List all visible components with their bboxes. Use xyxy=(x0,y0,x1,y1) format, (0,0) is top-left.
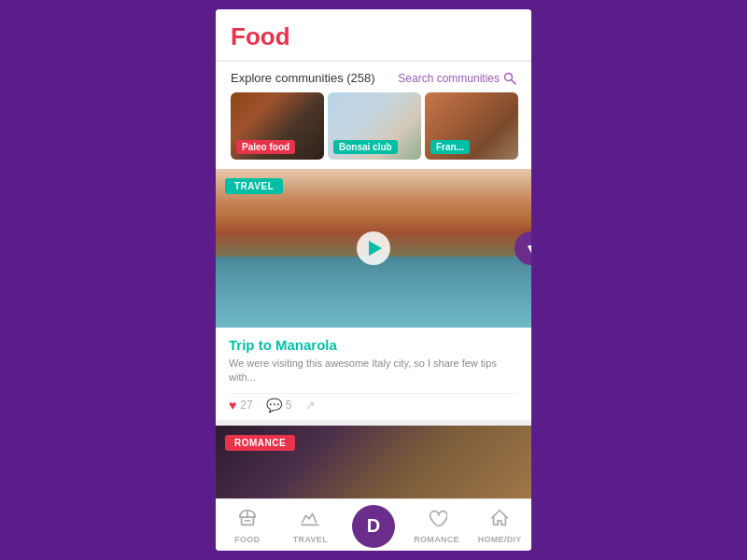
post-image-manarola[interactable]: TRAVEL ▼ xyxy=(216,169,531,328)
food-icon xyxy=(237,508,258,533)
home-icon xyxy=(489,508,510,533)
nav-label-home-diy: HOME/DIY xyxy=(478,535,522,544)
play-triangle-icon xyxy=(369,241,382,256)
center-letter: D xyxy=(367,515,380,537)
post-tag-romance: ROMANCE xyxy=(225,435,295,451)
svg-line-1 xyxy=(512,79,516,84)
nav-item-romance[interactable]: ROMANCE xyxy=(405,508,469,544)
share-icon: ↗ xyxy=(304,398,316,413)
community-card-paleo[interactable]: Paleo food xyxy=(231,92,324,160)
comment-count: 5 xyxy=(286,399,292,412)
nav-item-travel[interactable]: TRAVEL xyxy=(279,508,343,544)
heart-icon: ♥ xyxy=(229,398,236,413)
community-card-bonsai[interactable]: Bonsai club xyxy=(328,92,421,160)
comment-icon: 💬 xyxy=(266,398,282,413)
search-icon xyxy=(503,72,516,85)
feed: TRAVEL ▼ Trip to Manarola We were visiti… xyxy=(216,169,531,498)
post-tag-travel: TRAVEL xyxy=(225,178,283,194)
phone-container: Food Explore communities (258) Search co… xyxy=(216,9,531,551)
post-image-romance[interactable]: ROMANCE xyxy=(216,426,531,498)
communities-row: Paleo food Bonsai club Fran... xyxy=(216,92,531,160)
play-button[interactable] xyxy=(357,231,390,265)
like-count: 27 xyxy=(240,399,252,412)
nav-item-home-diy[interactable]: HOME/DIY xyxy=(468,508,531,544)
community-label-paleo: Paleo food xyxy=(236,140,295,154)
post-excerpt-manarola: We were visiting this awesome Italy city… xyxy=(229,357,518,385)
like-action[interactable]: ♥ 27 xyxy=(229,398,253,413)
bottom-nav: FOOD TRAVEL D ROMANCE xyxy=(216,498,531,551)
romance-icon xyxy=(427,508,447,533)
travel-icon xyxy=(300,508,320,533)
community-card-france[interactable]: Fran... xyxy=(425,92,518,160)
nav-item-center[interactable]: D xyxy=(342,505,405,548)
filter-icon: ▼ xyxy=(525,241,531,256)
post-content-manarola: Trip to Manarola We were visiting this a… xyxy=(216,328,531,420)
search-communities-button[interactable]: Search communities xyxy=(398,72,516,85)
explore-section: Explore communities (258) Search communi… xyxy=(216,62,531,169)
post-card-manarola: TRAVEL ▼ Trip to Manarola We were visiti… xyxy=(216,169,531,420)
nav-label-food: FOOD xyxy=(234,535,260,544)
explore-title: Explore communities (258) xyxy=(231,71,375,85)
post-card-romance: ROMANCE xyxy=(216,426,531,498)
explore-header: Explore communities (258) Search communi… xyxy=(216,62,531,92)
community-label-bonsai: Bonsai club xyxy=(333,140,398,154)
nav-label-romance: ROMANCE xyxy=(414,535,459,544)
share-action[interactable]: ↗ xyxy=(304,398,316,413)
post-title-manarola: Trip to Manarola xyxy=(229,337,518,353)
nav-label-travel: TRAVEL xyxy=(293,535,328,544)
community-label-france: Fran... xyxy=(430,140,470,154)
comment-action[interactable]: 💬 5 xyxy=(266,398,292,413)
nav-item-food[interactable]: FOOD xyxy=(216,508,279,544)
header: Food xyxy=(216,9,531,62)
search-communities-label: Search communities xyxy=(398,72,500,85)
center-button[interactable]: D xyxy=(352,505,395,548)
post-actions-manarola: ♥ 27 💬 5 ↗ xyxy=(229,393,518,413)
page-title: Food xyxy=(231,22,516,51)
